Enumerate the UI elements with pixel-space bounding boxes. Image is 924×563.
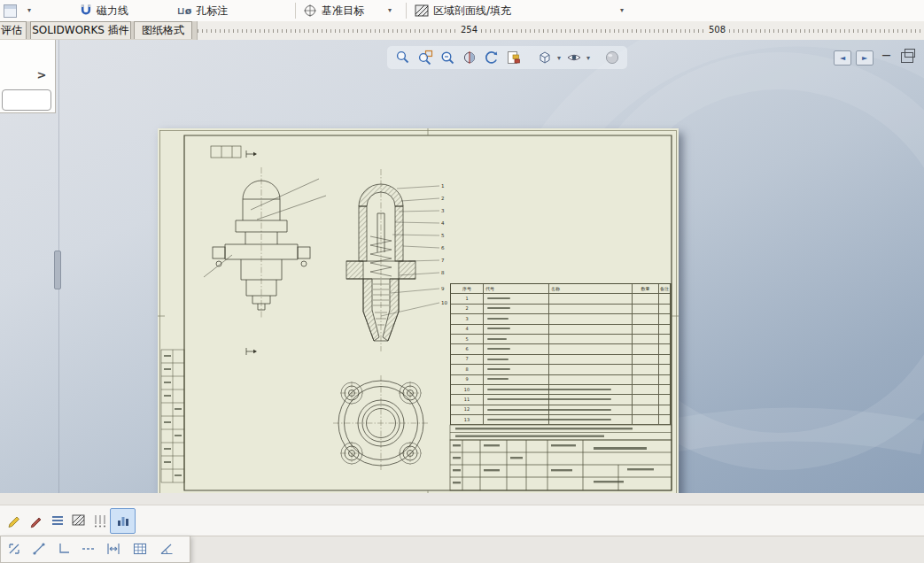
bom-cell — [633, 395, 659, 405]
dropdown-caret-icon[interactable]: ▾ — [388, 6, 392, 14]
bom-cell — [549, 365, 633, 374]
bom-table[interactable]: 序号代号名称数量备注12345678910111213 — [450, 283, 672, 425]
line-tool-button[interactable] — [31, 541, 47, 557]
restore-button[interactable] — [901, 52, 913, 63]
view-settings-sphere-button[interactable] — [602, 48, 622, 68]
datum-target-icon — [303, 4, 317, 18]
svg-text:10: 10 — [441, 300, 447, 305]
svg-text:3: 3 — [441, 208, 445, 213]
dropdown-caret-icon[interactable]: ▾ — [27, 6, 31, 14]
svg-text:6: 6 — [441, 245, 445, 251]
grid-icon[interactable] — [4, 4, 17, 18]
bom-cell: 8 — [451, 365, 484, 374]
pen-tool-button[interactable] — [28, 513, 44, 528]
spacing-tool-button[interactable] — [105, 541, 121, 557]
view-orientation-button[interactable] — [534, 48, 555, 68]
area-hatch-icon — [415, 4, 429, 17]
bom-cell — [659, 294, 671, 304]
lines-tool-button[interactable] — [50, 513, 66, 528]
bom-cell — [549, 344, 633, 354]
area-hatch-button[interactable]: 区域剖面线/填充 — [411, 0, 515, 21]
hole-callout-label: 孔标注 — [196, 4, 228, 19]
table-tool-button[interactable] — [132, 541, 148, 557]
ruler-ticks — [198, 29, 924, 33]
bom-cell — [659, 395, 671, 405]
bom-cell: 5 — [451, 335, 484, 344]
pane-scrollbar-thumb[interactable] — [54, 251, 61, 289]
dropdown-caret-icon[interactable]: ▾ — [586, 54, 590, 62]
notes-rows — [450, 425, 672, 440]
rotate-view-button[interactable] — [481, 48, 501, 68]
zoom-area-button[interactable] — [415, 48, 435, 68]
dropdown-caret-icon[interactable]: ▾ — [557, 54, 561, 62]
bom-cell — [549, 294, 633, 304]
hatch-tool-button[interactable] — [71, 513, 87, 528]
nav-left-icon: ◄ — [840, 54, 845, 62]
datum-target-label: 基准目标 — [322, 4, 364, 19]
tab-solidworks-addins[interactable]: SOLIDWORKS 插件 — [30, 21, 131, 39]
next-window-button[interactable]: ► — [856, 50, 874, 66]
section-view-button[interactable] — [459, 48, 479, 68]
bom-cell: 10 — [451, 385, 484, 395]
bom-cell — [633, 314, 659, 324]
graphics-area[interactable]: > — [0, 40, 924, 493]
expand-pane-button[interactable]: > — [34, 66, 50, 82]
display-style-button[interactable] — [563, 48, 584, 68]
bom-header-cell: 数量 — [633, 284, 659, 294]
dropdown-caret-icon[interactable]: ▾ — [620, 6, 624, 14]
bom-cell — [549, 335, 633, 344]
bom-cell — [633, 405, 659, 415]
apply-scene-button[interactable] — [503, 48, 524, 68]
bom-cell — [659, 365, 671, 374]
bom-cell: 7 — [451, 355, 484, 365]
svg-text:7: 7 — [441, 258, 445, 263]
tab-evaluate[interactable]: 评估 — [0, 21, 27, 39]
svg-text:9: 9 — [441, 286, 445, 291]
minimize-button[interactable]: — — [881, 50, 892, 60]
feature-manager-pane: > — [0, 40, 56, 113]
bom-cell — [549, 325, 633, 335]
bom-header-cell: 序号 — [451, 284, 484, 294]
magnet-line-button[interactable]: 磁力线 — [76, 0, 132, 21]
previous-window-button[interactable]: ◄ — [834, 50, 851, 66]
bom-cell — [659, 385, 671, 395]
zoom-fit-button[interactable] — [392, 48, 413, 68]
drawing-sheet[interactable]: 1 2 3 4 5 6 7 8 9 10 — [158, 128, 679, 497]
bom-cell — [549, 314, 633, 324]
column-lines-tool-button[interactable] — [92, 513, 108, 528]
bom-cell: 3 — [451, 314, 484, 324]
bom-cell: 11 — [451, 395, 484, 405]
front-view — [204, 150, 326, 355]
sketch-toolbar — [0, 536, 190, 563]
selected-tool-button[interactable] — [110, 508, 136, 534]
move-arrows-tool-button[interactable] — [6, 541, 22, 557]
bom-cell — [659, 314, 671, 324]
bom-cell — [549, 355, 633, 365]
svg-text:5: 5 — [441, 233, 445, 238]
tab-sheet-format-label: 图纸格式 — [142, 23, 184, 38]
collapsed-panel-box[interactable] — [2, 89, 51, 111]
bom-cell — [633, 335, 659, 344]
balloon-table-icon — [115, 513, 131, 529]
bom-cell — [633, 344, 659, 354]
bom-cell — [633, 365, 659, 374]
bom-cell — [484, 305, 549, 314]
bom-cell — [633, 294, 659, 304]
datum-target-button[interactable]: 基准目标 — [299, 0, 368, 21]
angle-tool-button[interactable] — [159, 541, 175, 557]
bottom-area — [0, 493, 924, 563]
annotation-toolbar — [0, 505, 924, 536]
bom-cell: 9 — [451, 375, 484, 385]
magnet-line-label: 磁力线 — [97, 4, 128, 19]
zoom-button[interactable] — [437, 48, 457, 68]
bom-cell — [549, 305, 633, 314]
tab-sheet-format[interactable]: 图纸格式 — [134, 21, 192, 39]
title-block — [450, 440, 672, 490]
highlighter-tool-button[interactable] — [7, 513, 23, 528]
bom-cell — [659, 355, 671, 365]
bom-cell: 13 — [451, 415, 484, 425]
dashed-line-tool-button[interactable] — [81, 541, 97, 557]
corner-tool-button[interactable] — [56, 541, 72, 557]
bom-cell — [484, 375, 549, 385]
hole-callout-button[interactable]: ⊔ø 孔标注 — [174, 0, 231, 21]
